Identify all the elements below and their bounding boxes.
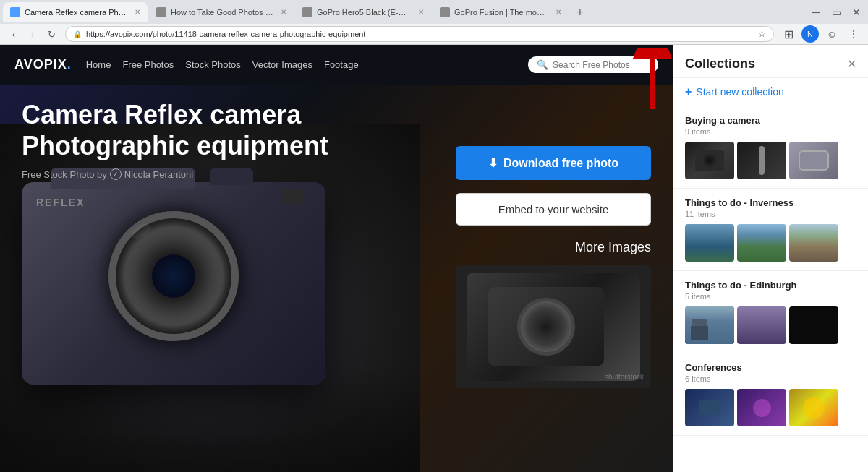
nav-home[interactable]: Home (86, 59, 111, 70)
hero-text-block: Camera Reflex camera Photographic equipm… (22, 99, 427, 209)
collection-name-conferences: Conferences (685, 362, 856, 373)
menu-button[interactable]: ⋮ (845, 25, 862, 43)
nav-buttons: ‹ › ↻ (6, 26, 59, 42)
nav-footage[interactable]: Footage (324, 59, 359, 70)
close-button[interactable]: ✕ (848, 4, 865, 21)
browser-actions: ⊞ N ☺ ⋮ (780, 25, 862, 43)
lock-icon: 🔒 (73, 30, 82, 38)
tab-label-3: GoPro Hero5 Black (E-Commer... (317, 8, 411, 17)
tab-3[interactable]: GoPro Hero5 Black (E-Commer... ✕ (295, 2, 431, 22)
url-text: https://avopix.com/photo/11418-camera-re… (86, 30, 754, 38)
address-bar: ‹ › ↻ 🔒 https://avopix.com/photo/11418-c… (0, 24, 868, 44)
new-tab-button[interactable]: + (570, 2, 590, 22)
search-bar[interactable]: 🔍 (528, 56, 658, 73)
collection-thumbs-conferences (685, 389, 856, 426)
nav-free-photos[interactable]: Free Photos (122, 59, 174, 70)
photo-credit: Free Stock Photo by ✓ Nicola Perantoni (22, 168, 427, 180)
collection-thumb-inverness-2 (737, 224, 786, 262)
nav-links: Home Free Photos Stock Photos Vector Ima… (86, 59, 514, 70)
panel-title: Collections (685, 56, 755, 72)
thumbnail-camera (467, 273, 640, 381)
site-logo[interactable]: AVOPIX. (14, 57, 72, 72)
tab-close-3[interactable]: ✕ (418, 8, 424, 16)
collection-thumb-edinburgh-2 (737, 306, 786, 344)
collection-thumb-conferences-3 (789, 389, 838, 426)
embed-btn-label: Embed to your website (498, 203, 609, 215)
download-btn-label: Download free photo (503, 157, 618, 170)
new-collection-button[interactable]: + Start new collection (673, 78, 868, 106)
collection-thumbs-edinburgh (685, 306, 856, 344)
tab-label-2: How to Take Good Photos Using... (171, 8, 273, 17)
watermark-text: shutterstock (605, 373, 644, 381)
collection-count-buying: 9 items (685, 127, 856, 136)
forward-button[interactable]: › (25, 26, 41, 42)
nav-vector-images[interactable]: Vector Images (252, 59, 312, 70)
emoji-button[interactable]: ☺ (823, 25, 841, 43)
tab-1[interactable]: Camera Reflex camera Photogra... ✕ (3, 2, 148, 22)
site-nav: AVOPIX. Home Free Photos Stock Photos Ve… (0, 45, 673, 85)
nav-stock-photos[interactable]: Stock Photos (185, 59, 241, 70)
collection-thumb-conferences-1 (685, 389, 734, 426)
collection-thumb-edinburgh-1 (685, 306, 734, 344)
collection-item-edinburgh[interactable]: Things to do - Edinburgh 5 items (673, 271, 868, 353)
search-input[interactable] (553, 60, 654, 70)
collection-thumb-inverness-1 (685, 224, 734, 262)
minimize-button[interactable]: ─ (807, 4, 825, 21)
verified-icon: ✓ (110, 168, 122, 180)
collection-count-conferences: 6 items (685, 374, 856, 383)
logo-dot: . (67, 57, 72, 72)
thumbnail-image[interactable]: shutterstock (456, 265, 651, 388)
collection-thumb-inverness-3 (789, 224, 838, 262)
collection-thumb-buying-2 (737, 142, 786, 179)
search-icon: 🔍 (537, 59, 548, 70)
download-button[interactable]: ⬇ Download free photo (456, 146, 651, 180)
tab-favicon-2 (156, 7, 166, 17)
panel-close-button[interactable]: ✕ (847, 57, 856, 71)
more-images-label: More Images (575, 240, 651, 255)
tab-4[interactable]: GoPro Fusion | The most versati... ✕ (433, 2, 569, 22)
collections-panel: Collections ✕ + Start new collection Buy… (673, 45, 868, 472)
page-title: Camera Reflex camera Photographic equipm… (22, 99, 427, 161)
browser-chrome: Camera Reflex camera Photogra... ✕ How t… (0, 0, 868, 45)
collection-thumb-edinburgh-3 (789, 306, 838, 344)
subtitle-text: Free Stock Photo by (22, 169, 107, 180)
tab-close-4[interactable]: ✕ (556, 8, 561, 16)
tab-favicon-1 (10, 7, 20, 17)
back-button[interactable]: ‹ (6, 26, 22, 42)
collection-name-buying: Buying a camera (685, 115, 856, 126)
plus-icon: + (685, 85, 692, 98)
collection-thumb-buying-1 (685, 142, 734, 179)
hero-section: REFLEX Camera Reflex camera Photographic… (0, 85, 673, 472)
maximize-button[interactable]: ▭ (827, 4, 845, 21)
main-layout: AVOPIX. Home Free Photos Stock Photos Ve… (0, 45, 868, 472)
collection-thumbs-inverness (685, 224, 856, 262)
collection-name-inverness: Things to do - Inverness (685, 197, 856, 208)
tab-bar: Camera Reflex camera Photogra... ✕ How t… (0, 0, 868, 24)
tab-favicon-3 (302, 7, 312, 17)
tab-label-4: GoPro Fusion | The most versati... (454, 8, 548, 17)
tab-close-2[interactable]: ✕ (281, 8, 286, 16)
panel-header: Collections ✕ (673, 45, 868, 78)
tab-close-1[interactable]: ✕ (135, 8, 140, 16)
collection-thumb-conferences-2 (737, 389, 786, 426)
gimbal-visual (759, 146, 765, 175)
profile-button[interactable]: N (801, 25, 819, 43)
extensions-button[interactable]: ⊞ (780, 25, 797, 43)
collection-thumb-buying-3 (789, 142, 838, 179)
url-bar[interactable]: 🔒 https://avopix.com/photo/11418-camera-… (65, 26, 774, 42)
download-icon: ⬇ (488, 156, 498, 170)
collection-thumbs-buying (685, 142, 856, 179)
bookmark-icon[interactable]: ☆ (758, 29, 766, 39)
collection-item-buying[interactable]: Buying a camera 9 items (673, 106, 868, 189)
embed-button[interactable]: Embed to your website (456, 193, 651, 226)
tab-2[interactable]: How to Take Good Photos Using... ✕ (149, 2, 294, 22)
collection-item-inverness[interactable]: Things to do - Inverness 11 items (673, 189, 868, 271)
collection-count-inverness: 11 items (685, 210, 856, 218)
refresh-button[interactable]: ↻ (43, 26, 59, 42)
collection-item-conferences[interactable]: Conferences 6 items (673, 353, 868, 436)
website-content: AVOPIX. Home Free Photos Stock Photos Ve… (0, 45, 673, 472)
new-collection-label: Start new collection (696, 86, 783, 98)
author-name[interactable]: Nicola Perantoni (124, 169, 193, 180)
tab-label-1: Camera Reflex camera Photogra... (25, 8, 127, 17)
logo-text: AVOPIX (14, 57, 67, 72)
